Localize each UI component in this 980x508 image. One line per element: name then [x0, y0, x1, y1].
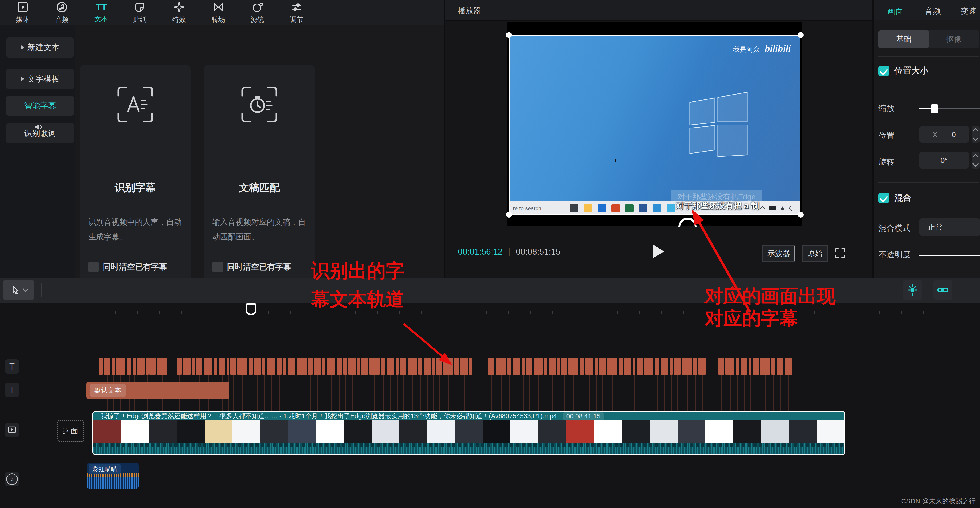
- subtitle-segment[interactable]: [407, 358, 417, 375]
- subtitle-segment[interactable]: [369, 358, 380, 375]
- subtitle-segment[interactable]: [443, 358, 453, 375]
- subtitle-segment[interactable]: [682, 358, 692, 375]
- subtitle-segment[interactable]: [557, 358, 560, 375]
- subtitle-segment[interactable]: [561, 358, 567, 375]
- subtitle-segment[interactable]: [322, 358, 325, 375]
- subtitle-segment[interactable]: [636, 358, 643, 375]
- cover-button[interactable]: 封面: [57, 420, 84, 442]
- subtitle-segment[interactable]: [660, 358, 668, 375]
- subtitle-segment[interactable]: [776, 358, 783, 375]
- subtitle-segment[interactable]: [157, 358, 167, 375]
- subtitle-segment[interactable]: [348, 358, 356, 375]
- playhead-line[interactable]: [251, 303, 251, 503]
- subtitle-segment[interactable]: [227, 358, 229, 375]
- subtitle-segment[interactable]: [192, 358, 195, 375]
- subtitle-segment[interactable]: [132, 358, 136, 375]
- subtitle-segment[interactable]: [432, 358, 435, 375]
- subtitle-segment[interactable]: [725, 358, 734, 375]
- subtitle-segment[interactable]: [749, 358, 751, 375]
- subtitle-segment[interactable]: [277, 358, 282, 375]
- subtitle-segment[interactable]: [396, 358, 399, 375]
- subtitle-segment[interactable]: [177, 358, 181, 375]
- subtitle-segment[interactable]: [127, 358, 131, 375]
- subtitle-segment[interactable]: [230, 358, 236, 375]
- subtitle-segment[interactable]: [771, 358, 775, 375]
- subtitle-segment[interactable]: [454, 358, 459, 375]
- subtitle-segment[interactable]: [736, 358, 739, 375]
- subtitle-segment[interactable]: [326, 358, 336, 375]
- mute-track-icon[interactable]: [32, 120, 46, 134]
- subtitle-segment[interactable]: [513, 358, 520, 375]
- subtitle-segment[interactable]: [99, 358, 103, 375]
- subtitle-segment[interactable]: [424, 358, 431, 375]
- subtitle-segment[interactable]: [508, 358, 511, 375]
- subtitle-segment[interactable]: [624, 358, 631, 375]
- subtitle-segment[interactable]: [357, 358, 360, 375]
- subtitle-segment[interactable]: [137, 358, 145, 375]
- subtitle-segment[interactable]: [693, 358, 697, 375]
- audio-clip[interactable]: 彩虹喵喵: [87, 463, 138, 489]
- subtitle-segment[interactable]: [460, 358, 468, 375]
- subtitle-segment[interactable]: [308, 358, 313, 375]
- subtitle-segment[interactable]: [196, 358, 202, 375]
- audio-track-icon[interactable]: ♪: [5, 472, 19, 486]
- playhead-handle[interactable]: [246, 303, 256, 315]
- subtitle-segment[interactable]: [297, 358, 307, 375]
- subtitle-segment[interactable]: [544, 358, 547, 375]
- subtitle-segment[interactable]: [381, 358, 385, 375]
- subtitle-segment[interactable]: [361, 358, 368, 375]
- subtitle-segment[interactable]: [595, 358, 598, 375]
- subtitle-segment[interactable]: [568, 358, 578, 375]
- subtitle-segment[interactable]: [741, 358, 747, 375]
- subtitle-segment[interactable]: [204, 358, 213, 375]
- subtitle-segment[interactable]: [219, 358, 225, 375]
- subtitle-segment[interactable]: [400, 358, 406, 375]
- subtitle-segment[interactable]: [104, 358, 110, 375]
- subtitle-segment[interactable]: [534, 358, 542, 375]
- subtitle-segment[interactable]: [585, 358, 593, 375]
- video-clip[interactable]: 我惊了！Edge浏览器竟然还能这样用？！很多人都不知道…… - 1.耗时1个月！…: [92, 411, 845, 455]
- subtitle-segment[interactable]: [488, 358, 495, 375]
- subtitle-segment[interactable]: [436, 358, 442, 375]
- subtitle-segment[interactable]: [237, 358, 247, 375]
- subtitle-segment[interactable]: [760, 358, 770, 375]
- subtitle-segment[interactable]: [112, 358, 115, 375]
- subtitle-segment[interactable]: [496, 358, 506, 375]
- text-track-icon[interactable]: T: [5, 359, 19, 374]
- subtitle-segment[interactable]: [698, 358, 706, 375]
- subtitle-segment[interactable]: [549, 358, 556, 375]
- subtitle-segment[interactable]: [146, 358, 148, 375]
- subtitle-segment[interactable]: [387, 358, 394, 375]
- subtitle-segment[interactable]: [785, 358, 792, 375]
- subtitle-segment[interactable]: [607, 358, 617, 375]
- subtitle-segment[interactable]: [262, 358, 266, 375]
- subtitle-segment[interactable]: [283, 358, 286, 375]
- subtitle-segment[interactable]: [288, 358, 295, 375]
- subtitle-segment[interactable]: [619, 358, 623, 375]
- subtitle-segment[interactable]: [526, 358, 532, 375]
- text-clip[interactable]: 默认文本: [86, 382, 229, 399]
- subtitle-segment[interactable]: [718, 358, 724, 375]
- subtitle-segment[interactable]: [670, 358, 673, 375]
- text-track-icon[interactable]: T: [5, 382, 19, 397]
- subtitle-segment[interactable]: [116, 358, 125, 375]
- video-track-icon[interactable]: [5, 423, 19, 437]
- subtitle-segment[interactable]: [267, 358, 275, 375]
- subtitle-segment[interactable]: [674, 358, 681, 375]
- subtitle-segment[interactable]: [418, 358, 422, 375]
- subtitle-segment[interactable]: [214, 358, 217, 375]
- subtitle-segment[interactable]: [644, 358, 654, 375]
- subtitle-segment[interactable]: [752, 358, 759, 375]
- subtitle-segment[interactable]: [655, 358, 659, 375]
- subtitle-segment[interactable]: [344, 358, 347, 375]
- subtitle-segment[interactable]: [314, 358, 321, 375]
- subtitle-segment[interactable]: [183, 358, 191, 375]
- subtitle-segment[interactable]: [633, 358, 635, 375]
- subtitle-segment[interactable]: [469, 358, 472, 375]
- subtitle-segment[interactable]: [599, 358, 606, 375]
- subtitle-segment[interactable]: [579, 358, 584, 375]
- subtitle-segment[interactable]: [522, 358, 525, 375]
- subtitle-segment[interactable]: [337, 358, 342, 375]
- subtitle-segment[interactable]: [254, 358, 261, 375]
- subtitle-segment[interactable]: [150, 358, 156, 375]
